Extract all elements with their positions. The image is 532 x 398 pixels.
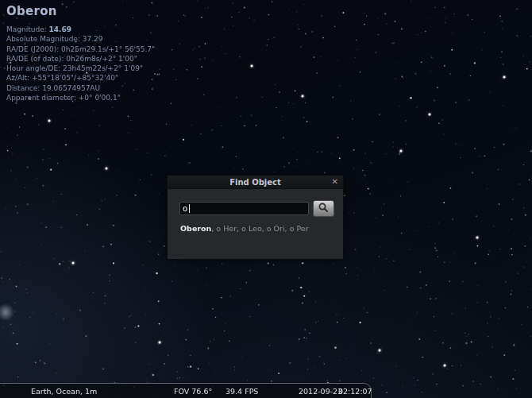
status-fov: FOV 76.6°	[174, 387, 212, 396]
status-fps: 39.4 FPS	[226, 387, 258, 396]
stellarium-window: Oberon Magnitude: 14.69 Absolute Magnitu…	[0, 0, 532, 398]
text-cursor	[189, 204, 190, 213]
search-icon	[318, 202, 330, 216]
dialog-title: Find Object	[229, 178, 281, 187]
search-input[interactable]	[179, 202, 309, 215]
status-location: Earth, Ocean, 1m	[31, 387, 97, 396]
close-icon[interactable]: ✕	[332, 176, 338, 187]
find-object-body: Oberon, o Her, o Leo, o Ori, o Per	[168, 189, 343, 260]
status-date: 2012-09-23	[299, 387, 342, 396]
search-result-others: , o Her, o Leo, o Ori, o Per	[211, 224, 308, 233]
status-bar: Earth, Ocean, 1m FOV 76.6° 39.4 FPS 2012…	[0, 383, 372, 398]
find-object-titlebar[interactable]: Find Object ✕	[168, 176, 343, 189]
find-object-dialog: Find Object ✕ Oberon, o Her, o Leo, o Or…	[167, 175, 344, 260]
search-results[interactable]: Oberon, o Her, o Leo, o Ori, o Per	[180, 224, 309, 233]
search-result-primary[interactable]: Oberon	[180, 224, 211, 233]
status-time: 02:12:07	[338, 387, 372, 396]
search-button[interactable]	[313, 200, 334, 217]
